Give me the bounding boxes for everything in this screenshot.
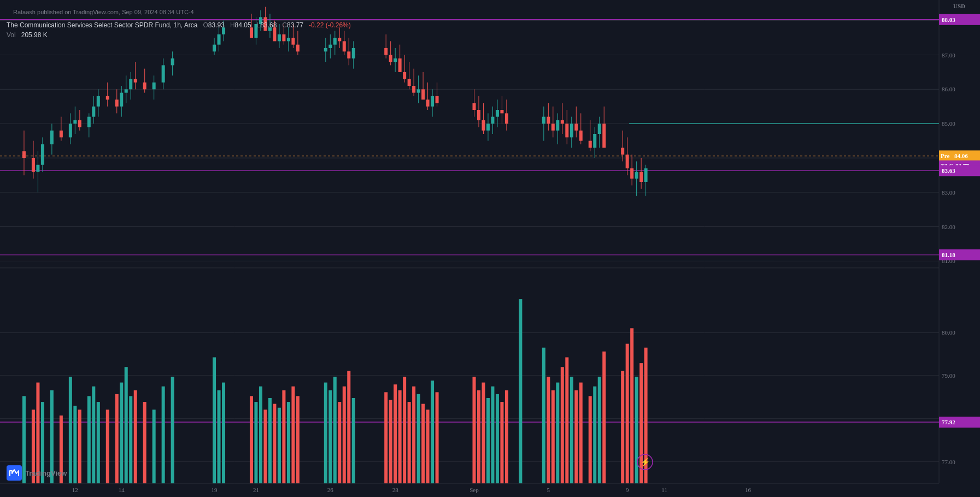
tv-logo-icon xyxy=(7,465,22,481)
ohlc-o-value: 83.93 xyxy=(208,21,225,29)
tradingview-logo: TradingView xyxy=(7,465,67,481)
chart-container: Rataash published on TradingView.com, Se… xyxy=(0,0,980,497)
main-canvas xyxy=(0,0,980,497)
tv-logo-text: TradingView xyxy=(25,469,67,477)
published-info: Rataash published on TradingView.com, Se… xyxy=(13,9,980,15)
svg-rect-0 xyxy=(7,465,22,481)
ohlc-c-label: C xyxy=(282,21,287,29)
chart-header: Rataash published on TradingView.com, Se… xyxy=(7,4,980,39)
ohlc-h-value: 84.05 xyxy=(235,21,251,29)
ohlc-l-value: 83.68 xyxy=(260,21,277,29)
title-text: The Communication Services Select Sector… xyxy=(7,21,197,29)
ohlc-c-value: 83.77 xyxy=(287,21,303,29)
ohlc-o-label: O xyxy=(203,21,208,29)
ohlc-change: -0.22 (-0.26%) xyxy=(309,21,351,29)
volume-header: Vol 205.98 K xyxy=(7,31,980,39)
chart-title: The Communication Services Select Sector… xyxy=(7,21,980,30)
ohlc-h-label: H xyxy=(230,21,235,29)
